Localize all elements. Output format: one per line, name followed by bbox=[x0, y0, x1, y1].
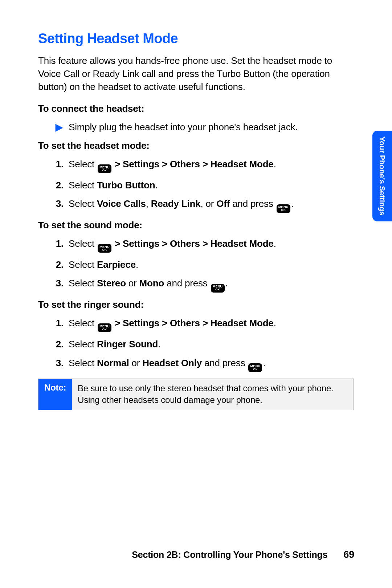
step-text: Select Ringer Sound. bbox=[69, 338, 354, 351]
step-text: Select Voice Calls, Ready Link, or Off a… bbox=[69, 197, 354, 213]
list-item: 2. Select Earpiece. bbox=[38, 258, 354, 271]
text: Select bbox=[69, 259, 97, 270]
footer-section: Section 2B: Controlling Your Phone's Set… bbox=[132, 550, 327, 560]
step-number: 1. bbox=[53, 237, 69, 253]
step-number: 3. bbox=[53, 197, 69, 213]
menu-ok-icon: MENUOK bbox=[211, 284, 225, 293]
intro-paragraph: This feature allows you hands-free phone… bbox=[38, 54, 354, 94]
text: Select bbox=[69, 238, 97, 249]
step-text: Select Normal or Headset Only and press … bbox=[69, 357, 354, 372]
bold-text: Voice Calls bbox=[97, 198, 146, 209]
subhead-ringer: To set the ringer sound: bbox=[38, 299, 354, 310]
menu-ok-icon: MENUOK bbox=[277, 204, 290, 213]
text: . bbox=[225, 278, 228, 289]
list-item: 2. Select Ringer Sound. bbox=[38, 338, 354, 351]
step-text: Select MENUOK > Settings > Others > Head… bbox=[69, 317, 354, 332]
page-heading: Setting Headset Mode bbox=[38, 31, 354, 46]
text: Select bbox=[69, 339, 97, 350]
step-number: 3. bbox=[53, 277, 69, 293]
page-footer: Section 2B: Controlling Your Phone's Set… bbox=[132, 549, 354, 560]
bold-text: Stereo bbox=[97, 278, 126, 289]
bold-path: > Settings > Others > Headset Mode bbox=[112, 238, 274, 249]
text: Select bbox=[69, 278, 97, 289]
menu-ok-icon: MENUOK bbox=[98, 323, 111, 332]
bold-text: Off bbox=[216, 198, 230, 209]
side-tab-label: Your Phone's Settings bbox=[378, 136, 387, 215]
text: Select bbox=[69, 358, 97, 368]
list-item: 2. Select Turbo Button. bbox=[38, 179, 354, 192]
bold-text: Ringer Sound bbox=[97, 339, 158, 350]
text: or bbox=[126, 278, 139, 289]
list-item: 1. Select MENUOK > Settings > Others > H… bbox=[38, 237, 354, 253]
bold-path: > Settings > Others > Headset Mode bbox=[112, 159, 274, 170]
text: , bbox=[146, 198, 151, 209]
step-number: 2. bbox=[53, 338, 69, 351]
step-text: Select MENUOK > Settings > Others > Head… bbox=[69, 237, 354, 253]
bold-path: > Settings > Others > Headset Mode bbox=[112, 318, 274, 328]
list-item: 1. Select MENUOK > Settings > Others > H… bbox=[38, 158, 354, 173]
list-item: 1. Select MENUOK > Settings > Others > H… bbox=[38, 317, 354, 332]
menu-ok-icon: MENUOK bbox=[98, 164, 111, 173]
step-number: 3. bbox=[53, 357, 69, 372]
subhead-connect: To connect the headset: bbox=[38, 103, 354, 114]
text: Select bbox=[69, 318, 97, 328]
note-body: Be sure to use only the stereo headset t… bbox=[72, 379, 354, 410]
bold-text: Earpiece bbox=[97, 259, 136, 270]
text: and press bbox=[164, 278, 210, 289]
step-number: 1. bbox=[53, 317, 69, 332]
list-item: 3. Select Voice Calls, Ready Link, or Of… bbox=[38, 197, 354, 213]
subhead-headset-mode: To set the headset mode: bbox=[38, 140, 354, 151]
text: . bbox=[155, 180, 158, 191]
menu-ok-icon: MENUOK bbox=[98, 244, 111, 253]
step-text: Select Turbo Button. bbox=[69, 179, 354, 192]
bold-text: Turbo Button bbox=[97, 180, 155, 191]
step-number: 2. bbox=[53, 179, 69, 192]
step-text: Select Stereo or Mono and press MENUOK. bbox=[69, 277, 354, 293]
step-number: 2. bbox=[53, 258, 69, 271]
text: Select bbox=[69, 198, 97, 209]
text: . bbox=[274, 238, 276, 249]
step-text: Select Earpiece. bbox=[69, 258, 354, 271]
step-number: 1. bbox=[53, 158, 69, 173]
text: , or bbox=[200, 198, 216, 209]
page-number: 69 bbox=[343, 549, 354, 560]
text: and press bbox=[230, 198, 275, 209]
subhead-sound-mode: To set the sound mode: bbox=[38, 220, 354, 231]
list-connect: ▶ Simply plug the headset into your phon… bbox=[38, 121, 354, 134]
note-box: Note: Be sure to use only the stereo hea… bbox=[38, 379, 354, 410]
list-headset-mode: 1. Select MENUOK > Settings > Others > H… bbox=[38, 158, 354, 213]
bullet-text: Simply plug the headset into your phone'… bbox=[69, 121, 354, 134]
text: or bbox=[129, 358, 142, 368]
text: . bbox=[274, 318, 276, 328]
list-ringer: 1. Select MENUOK > Settings > Others > H… bbox=[38, 317, 354, 372]
bold-text: Ready Link bbox=[151, 198, 201, 209]
bold-text: Normal bbox=[97, 358, 129, 368]
list-item: 3. Select Normal or Headset Only and pre… bbox=[38, 357, 354, 372]
menu-ok-icon: MENUOK bbox=[248, 363, 262, 372]
list-item: ▶ Simply plug the headset into your phon… bbox=[38, 121, 354, 134]
text: . bbox=[274, 159, 276, 170]
list-item: 3. Select Stereo or Mono and press MENUO… bbox=[38, 277, 354, 293]
page-content: Setting Headset Mode This feature allows… bbox=[38, 31, 354, 410]
text: . bbox=[158, 339, 160, 350]
arrow-icon: ▶ bbox=[53, 121, 69, 134]
text: Select bbox=[69, 180, 97, 191]
list-sound-mode: 1. Select MENUOK > Settings > Others > H… bbox=[38, 237, 354, 293]
side-tab: Your Phone's Settings bbox=[372, 131, 392, 221]
text: . bbox=[291, 198, 294, 209]
text: Select bbox=[69, 159, 97, 170]
text: and press bbox=[202, 358, 248, 368]
text: . bbox=[136, 259, 138, 270]
bold-text: Mono bbox=[139, 278, 164, 289]
note-label: Note: bbox=[38, 379, 72, 410]
step-text: Select MENUOK > Settings > Others > Head… bbox=[69, 158, 354, 173]
bold-text: Headset Only bbox=[142, 358, 202, 368]
text: . bbox=[263, 358, 265, 368]
